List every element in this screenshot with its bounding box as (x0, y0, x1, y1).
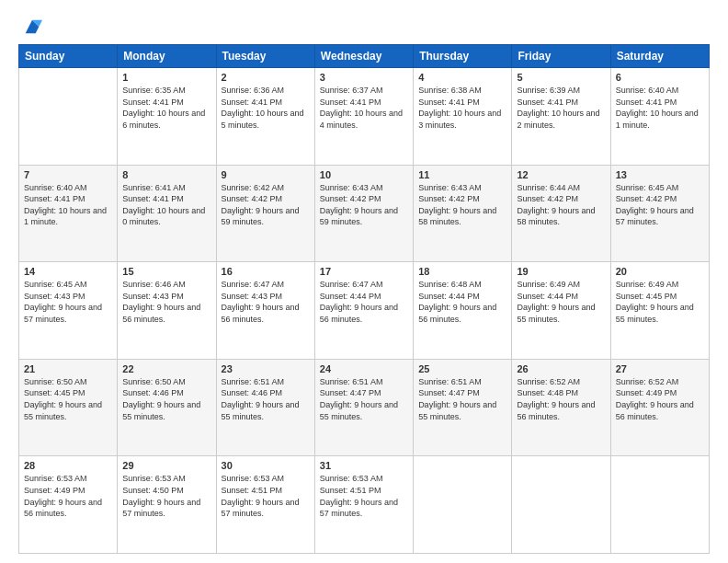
calendar-cell: 26Sunrise: 6:52 AMSunset: 4:48 PMDayligh… (512, 359, 610, 456)
day-number: 8 (122, 169, 210, 180)
cell-info: Sunrise: 6:48 AMSunset: 4:44 PMDaylight:… (418, 280, 496, 324)
calendar-cell: 23Sunrise: 6:51 AMSunset: 4:46 PMDayligh… (216, 359, 314, 456)
day-number: 11 (418, 169, 506, 180)
calendar-week-1: 1Sunrise: 6:35 AMSunset: 4:41 PMDaylight… (19, 68, 710, 166)
calendar-cell: 16Sunrise: 6:47 AMSunset: 4:43 PMDayligh… (216, 262, 314, 360)
calendar-body: 1Sunrise: 6:35 AMSunset: 4:41 PMDaylight… (19, 68, 710, 554)
cell-info: Sunrise: 6:37 AMSunset: 4:41 PMDaylight:… (320, 86, 403, 130)
cell-info: Sunrise: 6:53 AMSunset: 4:50 PMDaylight:… (122, 474, 200, 518)
cell-info: Sunrise: 6:36 AMSunset: 4:41 PMDaylight:… (222, 86, 304, 130)
cell-info: Sunrise: 6:52 AMSunset: 4:48 PMDaylight:… (517, 377, 595, 421)
cell-info: Sunrise: 6:42 AMSunset: 4:42 PMDaylight:… (222, 183, 300, 227)
day-number: 26 (517, 363, 605, 374)
calendar-cell: 28Sunrise: 6:53 AMSunset: 4:49 PMDayligh… (19, 456, 118, 554)
calendar-cell (610, 456, 709, 554)
cell-info: Sunrise: 6:49 AMSunset: 4:45 PMDaylight:… (616, 280, 694, 324)
page: SundayMondayTuesdayWednesdayThursdayFrid… (0, 0, 728, 563)
cell-info: Sunrise: 6:51 AMSunset: 4:46 PMDaylight:… (222, 377, 300, 421)
day-number: 13 (616, 169, 704, 180)
day-number: 24 (320, 363, 408, 374)
calendar-cell: 25Sunrise: 6:51 AMSunset: 4:47 PMDayligh… (414, 359, 512, 456)
cell-info: Sunrise: 6:43 AMSunset: 4:42 PMDaylight:… (418, 183, 496, 227)
cell-info: Sunrise: 6:53 AMSunset: 4:51 PMDaylight:… (320, 474, 398, 518)
day-number: 9 (222, 169, 310, 180)
calendar-cell: 22Sunrise: 6:50 AMSunset: 4:46 PMDayligh… (118, 359, 216, 456)
cell-info: Sunrise: 6:45 AMSunset: 4:43 PMDaylight:… (24, 280, 102, 324)
cell-info: Sunrise: 6:53 AMSunset: 4:51 PMDaylight:… (222, 474, 300, 518)
cell-info: Sunrise: 6:47 AMSunset: 4:43 PMDaylight:… (222, 280, 300, 324)
day-number: 29 (122, 460, 210, 471)
day-number: 30 (222, 460, 310, 471)
calendar-cell: 17Sunrise: 6:47 AMSunset: 4:44 PMDayligh… (314, 262, 413, 360)
calendar-cell: 15Sunrise: 6:46 AMSunset: 4:43 PMDayligh… (118, 262, 216, 360)
cell-info: Sunrise: 6:38 AMSunset: 4:41 PMDaylight:… (418, 86, 501, 130)
calendar-week-5: 28Sunrise: 6:53 AMSunset: 4:49 PMDayligh… (19, 456, 710, 554)
cell-info: Sunrise: 6:51 AMSunset: 4:47 PMDaylight:… (418, 377, 496, 421)
calendar-cell: 7Sunrise: 6:40 AMSunset: 4:41 PMDaylight… (19, 165, 118, 262)
cell-info: Sunrise: 6:35 AMSunset: 4:41 PMDaylight:… (122, 86, 205, 130)
calendar-cell (512, 456, 610, 554)
day-number: 3 (320, 72, 408, 83)
calendar-cell: 21Sunrise: 6:50 AMSunset: 4:45 PMDayligh… (19, 359, 118, 456)
cell-info: Sunrise: 6:43 AMSunset: 4:42 PMDaylight:… (320, 183, 398, 227)
calendar-cell (19, 68, 118, 166)
calendar-cell: 29Sunrise: 6:53 AMSunset: 4:50 PMDayligh… (118, 456, 216, 554)
day-header-thursday: Thursday (414, 45, 512, 68)
cell-info: Sunrise: 6:52 AMSunset: 4:49 PMDaylight:… (616, 377, 694, 421)
logo-icon (22, 17, 42, 37)
header (18, 17, 710, 37)
day-number: 16 (222, 266, 310, 277)
calendar-week-2: 7Sunrise: 6:40 AMSunset: 4:41 PMDaylight… (19, 165, 710, 262)
day-number: 18 (418, 266, 506, 277)
calendar-cell: 11Sunrise: 6:43 AMSunset: 4:42 PMDayligh… (414, 165, 512, 262)
day-number: 17 (320, 266, 408, 277)
calendar-cell: 12Sunrise: 6:44 AMSunset: 4:42 PMDayligh… (512, 165, 610, 262)
calendar-cell: 27Sunrise: 6:52 AMSunset: 4:49 PMDayligh… (610, 359, 709, 456)
cell-info: Sunrise: 6:50 AMSunset: 4:45 PMDaylight:… (24, 377, 102, 421)
day-number: 20 (616, 266, 704, 277)
day-number: 21 (24, 363, 112, 374)
cell-info: Sunrise: 6:51 AMSunset: 4:47 PMDaylight:… (320, 377, 398, 421)
cell-info: Sunrise: 6:45 AMSunset: 4:42 PMDaylight:… (616, 183, 694, 227)
cell-info: Sunrise: 6:47 AMSunset: 4:44 PMDaylight:… (320, 280, 398, 324)
day-number: 25 (418, 363, 506, 374)
day-number: 22 (122, 363, 210, 374)
day-number: 2 (222, 72, 310, 83)
calendar-cell: 18Sunrise: 6:48 AMSunset: 4:44 PMDayligh… (414, 262, 512, 360)
calendar-cell: 13Sunrise: 6:45 AMSunset: 4:42 PMDayligh… (610, 165, 709, 262)
calendar-cell: 31Sunrise: 6:53 AMSunset: 4:51 PMDayligh… (314, 456, 413, 554)
day-header-sunday: Sunday (19, 45, 118, 68)
day-number: 28 (24, 460, 112, 471)
day-number: 7 (24, 169, 112, 180)
cell-info: Sunrise: 6:40 AMSunset: 4:41 PMDaylight:… (24, 183, 107, 227)
day-header-monday: Monday (118, 45, 216, 68)
calendar-cell: 5Sunrise: 6:39 AMSunset: 4:41 PMDaylight… (512, 68, 610, 166)
day-header-wednesday: Wednesday (314, 45, 413, 68)
day-number: 1 (122, 72, 210, 83)
calendar-cell: 8Sunrise: 6:41 AMSunset: 4:41 PMDaylight… (118, 165, 216, 262)
day-number: 15 (122, 266, 210, 277)
calendar-header-row: SundayMondayTuesdayWednesdayThursdayFrid… (19, 45, 710, 68)
day-number: 23 (222, 363, 310, 374)
day-header-friday: Friday (512, 45, 610, 68)
cell-info: Sunrise: 6:41 AMSunset: 4:41 PMDaylight:… (122, 183, 205, 227)
calendar-cell: 10Sunrise: 6:43 AMSunset: 4:42 PMDayligh… (314, 165, 413, 262)
calendar-table: SundayMondayTuesdayWednesdayThursdayFrid… (18, 44, 710, 554)
day-number: 19 (517, 266, 605, 277)
day-header-tuesday: Tuesday (216, 45, 314, 68)
cell-info: Sunrise: 6:44 AMSunset: 4:42 PMDaylight:… (517, 183, 595, 227)
calendar-week-4: 21Sunrise: 6:50 AMSunset: 4:45 PMDayligh… (19, 359, 710, 456)
calendar-cell: 30Sunrise: 6:53 AMSunset: 4:51 PMDayligh… (216, 456, 314, 554)
cell-info: Sunrise: 6:53 AMSunset: 4:49 PMDaylight:… (24, 474, 102, 518)
calendar-cell: 14Sunrise: 6:45 AMSunset: 4:43 PMDayligh… (19, 262, 118, 360)
day-number: 10 (320, 169, 408, 180)
calendar-cell (414, 456, 512, 554)
cell-info: Sunrise: 6:46 AMSunset: 4:43 PMDaylight:… (122, 280, 200, 324)
day-number: 14 (24, 266, 112, 277)
calendar-cell: 1Sunrise: 6:35 AMSunset: 4:41 PMDaylight… (118, 68, 216, 166)
calendar-cell: 3Sunrise: 6:37 AMSunset: 4:41 PMDaylight… (314, 68, 413, 166)
calendar-cell: 6Sunrise: 6:40 AMSunset: 4:41 PMDaylight… (610, 68, 709, 166)
cell-info: Sunrise: 6:39 AMSunset: 4:41 PMDaylight:… (517, 86, 599, 130)
day-number: 12 (517, 169, 605, 180)
cell-info: Sunrise: 6:40 AMSunset: 4:41 PMDaylight:… (616, 86, 699, 130)
